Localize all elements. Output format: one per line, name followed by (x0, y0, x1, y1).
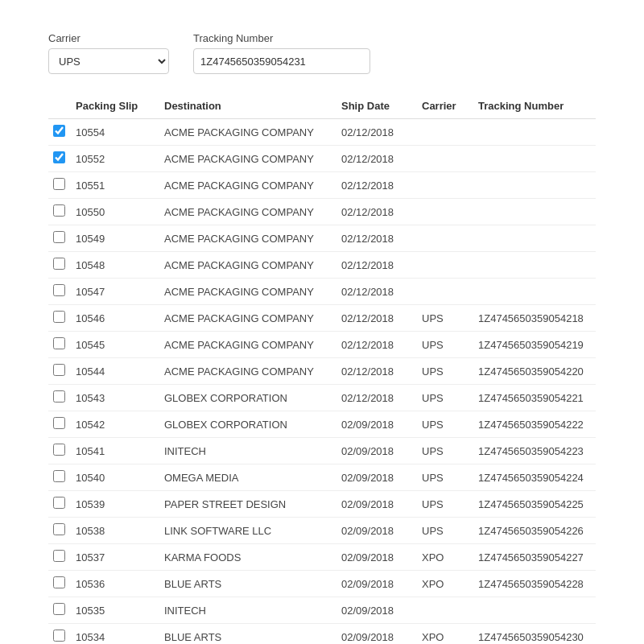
row-checkbox[interactable] (53, 151, 65, 163)
table-body: 10554ACME PACKAGING COMPANY02/12/2018105… (48, 119, 596, 645)
row-checkbox-cell (48, 544, 71, 571)
table-row: 10543GLOBEX CORPORATION02/12/2018UPS1Z47… (48, 385, 596, 411)
packing-slip-cell: 10552 (71, 146, 159, 172)
table-header-row: Packing Slip Destination Ship Date Carri… (48, 93, 596, 119)
tracking-input[interactable] (193, 48, 370, 74)
th-destination: Destination (159, 93, 336, 119)
row-checkbox[interactable] (53, 364, 65, 376)
row-checkbox[interactable] (53, 204, 65, 217)
packing-slip-cell: 10537 (71, 544, 159, 571)
row-checkbox[interactable] (53, 311, 65, 323)
row-checkbox[interactable] (53, 550, 65, 562)
row-checkbox[interactable] (53, 630, 65, 642)
table-row: 10546ACME PACKAGING COMPANY02/12/2018UPS… (48, 305, 596, 332)
packing-slip-cell: 10536 (71, 571, 159, 597)
destination-cell: PAPER STREET DESIGN (159, 491, 336, 518)
row-checkbox[interactable] (53, 258, 65, 270)
carrier-cell: UPS (417, 464, 473, 491)
destination-cell: GLOBEX CORPORATION (159, 385, 336, 411)
tracking-number-cell: 1Z4745650359054230 (473, 624, 596, 645)
th-ship-date: Ship Date (336, 93, 417, 119)
packing-slip-cell: 10554 (71, 119, 159, 146)
packing-slip-cell: 10535 (71, 597, 159, 624)
row-checkbox[interactable] (53, 523, 65, 535)
carrier-cell: XPO (417, 624, 473, 645)
table-row: 10550ACME PACKAGING COMPANY02/12/2018 (48, 199, 596, 225)
table-row: 10534BLUE ARTS02/09/2018XPO1Z47456503590… (48, 624, 596, 645)
ship-date-cell: 02/09/2018 (336, 464, 417, 491)
row-checkbox[interactable] (53, 284, 65, 296)
carrier-cell (417, 199, 473, 225)
tracking-number-cell (473, 172, 596, 199)
row-checkbox-cell (48, 172, 71, 199)
carrier-cell: UPS (417, 438, 473, 464)
tracking-label: Tracking Number (193, 32, 370, 44)
ship-date-cell: 02/12/2018 (336, 225, 417, 252)
carrier-cell (417, 279, 473, 305)
row-checkbox-cell (48, 438, 71, 464)
tracking-number-cell: 1Z4745650359054219 (473, 332, 596, 358)
row-checkbox[interactable] (53, 444, 65, 456)
row-checkbox[interactable] (53, 337, 65, 349)
table-row: 10544ACME PACKAGING COMPANY02/12/2018UPS… (48, 358, 596, 385)
table-row: 10552ACME PACKAGING COMPANY02/12/2018 (48, 146, 596, 172)
destination-cell: ACME PACKAGING COMPANY (159, 279, 336, 305)
destination-cell: KARMA FOODS (159, 544, 336, 571)
tracking-number-cell (473, 119, 596, 146)
table-row: 10548ACME PACKAGING COMPANY02/12/2018 (48, 252, 596, 279)
carrier-cell: XPO (417, 544, 473, 571)
tracking-number-cell: 1Z4745650359054221 (473, 385, 596, 411)
destination-cell: ACME PACKAGING COMPANY (159, 332, 336, 358)
destination-cell: ACME PACKAGING COMPANY (159, 119, 336, 146)
carrier-cell (417, 172, 473, 199)
ship-date-cell: 02/12/2018 (336, 279, 417, 305)
row-checkbox[interactable] (53, 390, 65, 402)
row-checkbox-cell (48, 119, 71, 146)
page-container: Carrier UPSFedExXPOUSPS Tracking Number … (0, 0, 644, 644)
ship-date-cell: 02/12/2018 (336, 172, 417, 199)
row-checkbox[interactable] (53, 417, 65, 429)
row-checkbox-cell (48, 279, 71, 305)
ship-date-cell: 02/12/2018 (336, 119, 417, 146)
row-checkbox[interactable] (53, 178, 65, 190)
row-checkbox-cell (48, 571, 71, 597)
carrier-label: Carrier (48, 32, 169, 44)
packing-slip-cell: 10546 (71, 305, 159, 332)
th-packing-slip: Packing Slip (71, 93, 159, 119)
row-checkbox[interactable] (53, 231, 65, 243)
ship-date-cell: 02/12/2018 (336, 385, 417, 411)
ship-date-cell: 02/09/2018 (336, 491, 417, 518)
packing-slip-cell: 10538 (71, 518, 159, 544)
row-checkbox-cell (48, 199, 71, 225)
row-checkbox-cell (48, 146, 71, 172)
destination-cell: BLUE ARTS (159, 571, 336, 597)
ship-date-cell: 02/09/2018 (336, 518, 417, 544)
carrier-cell: UPS (417, 491, 473, 518)
row-checkbox-cell (48, 624, 71, 645)
row-checkbox[interactable] (53, 603, 65, 615)
packing-slip-cell: 10549 (71, 225, 159, 252)
row-checkbox[interactable] (53, 470, 65, 482)
table-row: 10545ACME PACKAGING COMPANY02/12/2018UPS… (48, 332, 596, 358)
carrier-select[interactable]: UPSFedExXPOUSPS (48, 48, 169, 74)
carrier-cell: UPS (417, 305, 473, 332)
row-checkbox-cell (48, 385, 71, 411)
destination-cell: LINK SOFTWARE LLC (159, 518, 336, 544)
destination-cell: OMEGA MEDIA (159, 464, 336, 491)
tracking-number-cell: 1Z4745650359054228 (473, 571, 596, 597)
tracking-number-cell: 1Z4745650359054223 (473, 438, 596, 464)
carrier-cell: UPS (417, 518, 473, 544)
tracking-number-cell (473, 225, 596, 252)
packing-slip-cell: 10548 (71, 252, 159, 279)
destination-cell: INITECH (159, 438, 336, 464)
row-checkbox[interactable] (53, 497, 65, 509)
row-checkbox-cell (48, 491, 71, 518)
row-checkbox[interactable] (53, 576, 65, 588)
destination-cell: ACME PACKAGING COMPANY (159, 305, 336, 332)
row-checkbox[interactable] (53, 125, 65, 137)
ship-date-cell: 02/09/2018 (336, 544, 417, 571)
carrier-form-group: Carrier UPSFedExXPOUSPS (48, 32, 169, 74)
ship-date-cell: 02/12/2018 (336, 146, 417, 172)
table-row: 10547ACME PACKAGING COMPANY02/12/2018 (48, 279, 596, 305)
tracking-number-cell: 1Z4745650359054220 (473, 358, 596, 385)
